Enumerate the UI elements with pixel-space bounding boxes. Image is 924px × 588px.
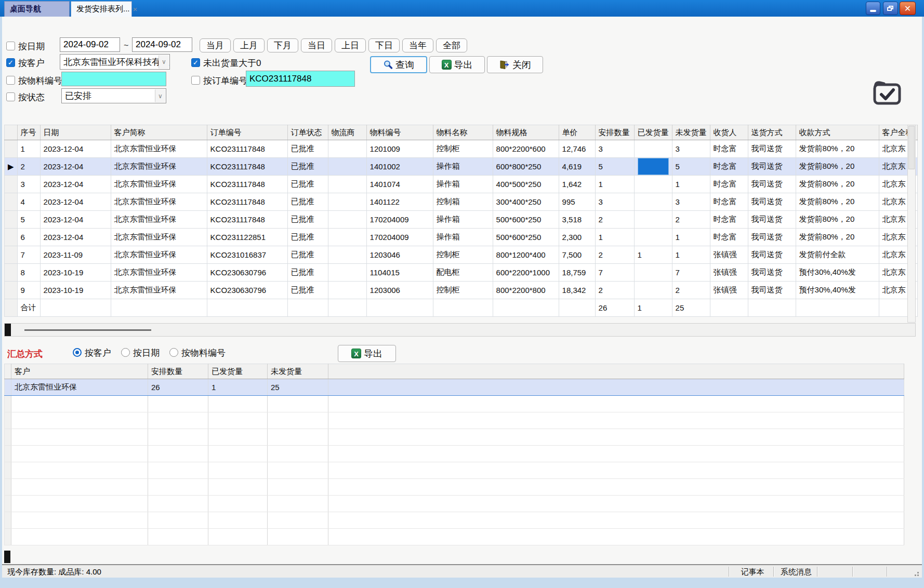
column-header[interactable]: 日期	[40, 125, 111, 140]
tab-desktop-nav[interactable]: 桌面导航	[4, 1, 70, 17]
table-cell[interactable]: 已批准	[287, 282, 328, 299]
table-cell[interactable]: 18,342	[559, 282, 595, 299]
column-header[interactable]: 未发货量	[672, 125, 710, 140]
column-header[interactable]: 收款方式	[796, 125, 879, 140]
table-cell[interactable]	[559, 299, 595, 317]
table-cell[interactable]	[11, 462, 148, 479]
table-cell[interactable]: 发货前80%，20	[796, 193, 879, 211]
table-cell[interactable]: 12,746	[559, 140, 595, 158]
resize-grip[interactable]	[912, 569, 919, 576]
table-cell[interactable]	[796, 299, 879, 317]
by-material-label[interactable]: 按物料编号	[18, 75, 62, 87]
table-cell[interactable]	[268, 396, 328, 412]
table-cell[interactable]: KCO231117848	[207, 140, 287, 158]
table-cell[interactable]: 2	[595, 246, 634, 264]
table-cell[interactable]	[11, 446, 148, 462]
table-cell[interactable]: 2023-12-04	[40, 176, 111, 193]
query-button[interactable]: 查询	[370, 56, 427, 73]
table-cell[interactable]: 发货前80%，20	[796, 211, 879, 229]
table-cell[interactable]	[328, 246, 366, 264]
table-cell[interactable]	[208, 512, 268, 529]
column-header[interactable]: 安排数量	[148, 364, 208, 379]
table-cell[interactable]: 995	[559, 193, 595, 211]
table-cell[interactable]: 1401122	[366, 193, 433, 211]
table-cell[interactable]: 北京东雷恒业环保	[111, 176, 207, 193]
export-button[interactable]: 导出	[429, 56, 485, 73]
table-cell[interactable]	[328, 429, 904, 446]
table-cell[interactable]	[208, 412, 268, 429]
table-cell[interactable]	[328, 158, 366, 176]
table-row[interactable]: 12023-12-04北京东雷恒业环保KCO231117848已批准120100…	[5, 140, 918, 158]
scrollbar-block[interactable]	[5, 324, 11, 336]
table-cell[interactable]: KCO231117848	[207, 211, 287, 229]
table-cell[interactable]: 张镇强	[710, 246, 748, 264]
next-day-button[interactable]: 下日	[368, 38, 400, 52]
table-cell[interactable]: 张镇强	[710, 264, 748, 282]
table-cell[interactable]: 我司送货	[748, 229, 796, 246]
table-cell[interactable]: 发货前80%，20	[796, 176, 879, 193]
table-cell[interactable]	[634, 193, 672, 211]
table-cell[interactable]: 3	[595, 140, 634, 158]
table-cell[interactable]	[328, 496, 904, 512]
column-header[interactable]: 物流商	[328, 125, 366, 140]
table-cell[interactable]: 600*2200*1000	[493, 264, 559, 282]
table-cell[interactable]	[328, 211, 366, 229]
table-row[interactable]: 42023-12-04北京东雷恒业环保KCO231117848已批准140112…	[5, 193, 918, 211]
table-cell[interactable]: 1201009	[366, 140, 433, 158]
table-cell[interactable]: 5	[672, 158, 710, 176]
chevron-down-icon[interactable]: ∨	[159, 55, 169, 69]
table-cell[interactable]: 已批准	[287, 176, 328, 193]
table-cell[interactable]	[208, 462, 268, 479]
table-cell[interactable]: 1	[672, 229, 710, 246]
table-cell[interactable]: 1	[672, 176, 710, 193]
summary-export-button[interactable]: 导出	[338, 345, 396, 362]
table-cell[interactable]: 26	[148, 379, 208, 396]
by-order-checkbox[interactable]	[191, 76, 200, 85]
table-cell[interactable]: KCO231117848	[207, 176, 287, 193]
table-cell[interactable]: 我司送货	[748, 140, 796, 158]
table-cell[interactable]: 2023-12-04	[40, 229, 111, 246]
table-cell[interactable]	[208, 479, 268, 496]
table-cell[interactable]: 北京东雷恒业环保	[111, 193, 207, 211]
scrollbar-thumb[interactable]	[908, 126, 915, 169]
table-cell[interactable]	[268, 446, 328, 462]
table-cell[interactable]: 800*1200*400	[493, 246, 559, 264]
table-cell[interactable]: 我司送货	[748, 176, 796, 193]
table-cell[interactable]: 操作箱	[433, 211, 493, 229]
table-cell[interactable]: 北京东雷恒业环保	[111, 246, 207, 264]
table-cell[interactable]: 2023-12-04	[40, 140, 111, 158]
table-cell[interactable]: 170204009	[366, 211, 433, 229]
table-cell[interactable]: 2	[595, 211, 634, 229]
table-cell[interactable]: 我司送货	[748, 158, 796, 176]
order-code-input[interactable]	[246, 71, 355, 87]
column-header[interactable]: 序号	[17, 125, 40, 140]
table-cell[interactable]	[328, 412, 904, 429]
date-to-input[interactable]	[132, 37, 192, 52]
table-cell[interactable]: 600*800*250	[493, 158, 559, 176]
table-cell[interactable]	[634, 176, 672, 193]
by-customer-label[interactable]: 按客户	[18, 57, 45, 69]
table-cell[interactable]	[634, 282, 672, 299]
empty-row[interactable]	[5, 479, 904, 496]
table-cell[interactable]	[710, 299, 748, 317]
table-cell[interactable]	[268, 412, 328, 429]
table-row[interactable]: 52023-12-04北京东雷恒业环保KCO231117848已批准170204…	[5, 211, 918, 229]
table-cell[interactable]	[111, 299, 207, 317]
by-date-label[interactable]: 按日期	[18, 41, 45, 52]
table-cell[interactable]: 500*600*250	[493, 229, 559, 246]
table-cell[interactable]: 发货前付全款	[796, 246, 879, 264]
table-cell[interactable]	[634, 229, 672, 246]
table-cell[interactable]: 已批准	[287, 211, 328, 229]
table-cell[interactable]	[268, 496, 328, 512]
table-cell[interactable]: 1104015	[366, 264, 433, 282]
table-cell[interactable]: 控制柜	[433, 246, 493, 264]
by-order-label[interactable]: 按订单编号	[203, 75, 247, 87]
table-cell[interactable]: 已批准	[287, 158, 328, 176]
table-cell[interactable]: 1	[208, 379, 268, 396]
empty-row[interactable]	[5, 429, 904, 446]
radio-by-customer-label[interactable]: 按客户	[85, 347, 111, 359]
table-cell[interactable]	[208, 396, 268, 412]
all-button[interactable]: 全部	[436, 38, 467, 52]
table-cell[interactable]	[328, 462, 904, 479]
column-header[interactable]: 客户	[11, 364, 148, 379]
